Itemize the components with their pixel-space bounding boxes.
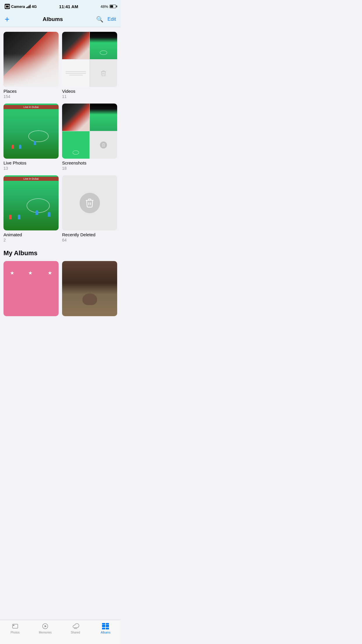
my-album-thumb-2 — [62, 261, 117, 316]
battery-icon — [110, 5, 116, 8]
status-bar: Camera 4G 11:41 AM 48% — [0, 0, 121, 13]
album-thumbnail-live-photos: Live in Dubai — [3, 104, 59, 159]
videos-cell-4 — [90, 60, 117, 87]
album-thumbnail-animated: Live in Dubai — [3, 175, 59, 230]
main-content: Places 154 — [0, 27, 121, 321]
screenshots-mini-grid — [62, 104, 117, 159]
videos-mini-grid — [62, 32, 117, 87]
album-count-screenshots: 18 — [62, 166, 117, 171]
album-count-animated: 2 — [3, 238, 59, 242]
carrier-label: Camera — [11, 4, 25, 9]
edit-button[interactable]: Edit — [108, 16, 116, 22]
status-right: 48% — [101, 4, 116, 9]
banner: Live in Dubai — [3, 105, 59, 109]
album-name-places: Places — [3, 89, 59, 94]
status-left: Camera 4G — [5, 4, 37, 9]
places-image — [3, 32, 59, 87]
album-name-screenshots: Screenshots — [62, 160, 117, 165]
album-name-videos: Videos — [62, 89, 117, 94]
album-name-animated: Animated — [3, 232, 59, 237]
confetti-3 — [48, 271, 52, 275]
album-item-live-photos[interactable]: Live in Dubai Live Photos 13 — [3, 104, 59, 171]
my-albums-grid — [3, 261, 117, 316]
signal-bar-4 — [30, 5, 31, 8]
album-thumbnail-places — [3, 32, 59, 87]
album-name-live-photos: Live Photos — [3, 160, 59, 165]
screenshots-cell-4 — [90, 131, 117, 159]
trash-icon — [85, 198, 95, 208]
pink-album-image — [3, 261, 59, 316]
album-count-videos: 11 — [62, 94, 117, 99]
page-title: Albums — [43, 16, 63, 22]
album-thumbnail-screenshots — [62, 104, 117, 159]
album-item-recently-deleted[interactable]: Recently Deleted 64 — [62, 175, 117, 242]
my-album-item-1[interactable] — [3, 261, 59, 316]
my-albums-header: My Albums — [3, 249, 117, 257]
signal-bar-2 — [27, 6, 28, 8]
screenshots-cell-1 — [62, 104, 89, 131]
videos-cell-2 — [90, 32, 117, 59]
battery-percent: 48% — [101, 4, 108, 9]
my-album-item-2[interactable] — [62, 261, 117, 316]
album-item-videos[interactable]: Videos 11 — [62, 32, 117, 99]
nav-actions: 🔍 Edit — [96, 16, 116, 23]
search-icon[interactable]: 🔍 — [96, 16, 103, 23]
status-time: 11:41 AM — [59, 4, 78, 9]
signal-bars — [26, 5, 31, 8]
cat-album-image — [62, 261, 117, 316]
album-count-recently-deleted: 64 — [62, 238, 117, 242]
album-count-live-photos: 13 — [3, 166, 59, 171]
confetti-1 — [10, 271, 14, 275]
album-grid: Places 154 — [3, 32, 117, 242]
screenshots-cell-3 — [62, 131, 89, 159]
animated-banner: Live in Dubai — [3, 177, 59, 181]
album-thumbnail-recently-deleted — [62, 175, 117, 230]
navigation-bar: + Albums 🔍 Edit — [0, 13, 121, 27]
videos-cell-3 — [62, 60, 89, 87]
network-type-label: 4G — [32, 4, 37, 9]
album-item-animated[interactable]: Live in Dubai Animated 2 — [3, 175, 59, 242]
album-thumbnail-videos — [62, 32, 117, 87]
videos-cell-1 — [62, 32, 89, 59]
cat-head — [82, 293, 97, 305]
album-item-screenshots[interactable]: Screenshots 18 — [62, 104, 117, 171]
camera-app-icon — [5, 4, 10, 9]
screenshots-cell-2 — [90, 104, 117, 131]
confetti-2 — [28, 271, 32, 275]
my-album-thumb-1 — [3, 261, 59, 316]
add-album-button[interactable]: + — [5, 15, 9, 23]
trash-circle — [80, 193, 100, 213]
album-count-places: 154 — [3, 94, 59, 99]
signal-bar-3 — [29, 6, 29, 8]
album-name-recently-deleted: Recently Deleted — [62, 232, 117, 237]
signal-bar-1 — [26, 7, 27, 8]
album-item-places[interactable]: Places 154 — [3, 32, 59, 99]
